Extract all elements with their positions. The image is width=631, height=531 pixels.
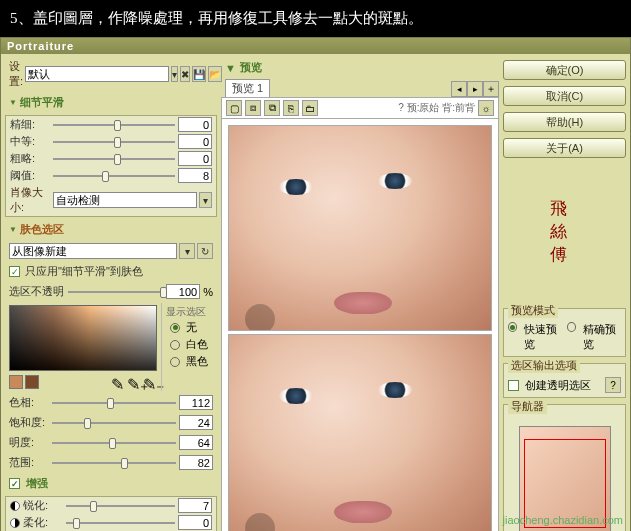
tab-next-icon[interactable]: ▸ xyxy=(467,81,483,97)
preview-top-image[interactable] xyxy=(228,125,492,331)
soften-slider[interactable] xyxy=(66,517,175,529)
tab-prev-icon[interactable]: ◂ xyxy=(451,81,467,97)
mask-refresh-icon[interactable]: ↻ xyxy=(197,243,213,259)
preview-mode-title: 预览模式 xyxy=(508,303,558,318)
soften-value[interactable] xyxy=(178,515,212,530)
portrait-size-label: 肖像大小: xyxy=(10,185,51,215)
fine-value[interactable] xyxy=(178,117,212,132)
enhance-header[interactable]: ✓增强 xyxy=(5,474,217,493)
sat-value[interactable] xyxy=(179,415,213,430)
settings-label: 设置: xyxy=(9,59,23,89)
coarse-slider[interactable] xyxy=(53,153,175,165)
preview-heading: 预览 xyxy=(240,60,262,75)
view-split-v-icon[interactable]: ⧉ xyxy=(264,100,280,116)
sharpen-value[interactable] xyxy=(178,498,212,513)
page-caption: 5、盖印圖層，作降噪處理，再用修復工具修去一點大的斑點。 xyxy=(0,0,631,37)
only-apply-checkbox[interactable]: ✓ xyxy=(9,266,20,277)
view-split-h-icon[interactable]: ⧈ xyxy=(245,100,261,116)
range-label: 范围: xyxy=(9,455,49,470)
soften-label: 柔化: xyxy=(23,515,63,530)
cancel-button[interactable]: 取消(C) xyxy=(503,86,626,106)
detail-smooth-header[interactable]: ▼细节平滑 xyxy=(5,93,217,112)
coarse-label: 粗略: xyxy=(10,151,50,166)
fine-label: 精细: xyxy=(10,117,50,132)
delete-preset-icon[interactable]: ✖ xyxy=(180,66,190,82)
hue-value[interactable] xyxy=(179,395,213,410)
preset-dropdown[interactable] xyxy=(25,66,169,82)
add-tab-icon[interactable]: ＋ xyxy=(483,81,499,97)
hue-label: 色相: xyxy=(9,395,49,410)
threshold-label: 阈值: xyxy=(10,168,50,183)
eyedropper-sub-icon[interactable]: ✎₋ xyxy=(143,375,157,389)
portrait-size-arrow-icon[interactable]: ▾ xyxy=(199,192,212,208)
eyedropper-icon[interactable]: ✎ xyxy=(111,375,125,389)
mask-opacity-label: 选区不透明 xyxy=(9,284,65,299)
enhance-checkbox[interactable]: ✓ xyxy=(9,478,20,489)
save-preset-icon[interactable]: 💾 xyxy=(192,66,206,82)
help-button[interactable]: 帮助(H) xyxy=(503,112,626,132)
dropdown-arrow-icon[interactable]: ▾ xyxy=(171,66,178,82)
skin-mask-header[interactable]: ▼肤色选区 xyxy=(5,220,217,239)
fast-preview-radio[interactable] xyxy=(508,322,517,332)
mask-opacity-value[interactable] xyxy=(166,284,200,299)
only-apply-label: 只应用"细节平滑"到肤色 xyxy=(25,264,143,279)
info-icon[interactable]: ? xyxy=(605,377,621,393)
fine-slider[interactable] xyxy=(53,119,175,131)
lum-slider[interactable] xyxy=(52,437,176,449)
ok-button[interactable]: 确定(O) xyxy=(503,60,626,80)
create-alpha-checkbox[interactable]: ✓ xyxy=(508,380,519,391)
navigator-title: 导航器 xyxy=(508,399,547,414)
lum-value[interactable] xyxy=(179,435,213,450)
portraiture-dialog: Portraiture 设置: ▾ ✖ 💾 📂 ▼细节平滑 精细: 中等: 粗略… xyxy=(0,37,631,531)
sharpen-label: 锐化: xyxy=(23,498,63,513)
mask-src-arrow-icon[interactable]: ▾ xyxy=(179,243,195,259)
range-value[interactable] xyxy=(179,455,213,470)
dialog-title: Portraiture xyxy=(1,38,630,54)
create-alpha-label: 创建透明选区 xyxy=(525,378,591,393)
folder-icon[interactable]: 🗀 xyxy=(302,100,318,116)
swatch-2[interactable] xyxy=(25,375,39,389)
preview-tab-1[interactable]: 预览 1 xyxy=(225,79,270,97)
skin-color-picker[interactable] xyxy=(9,305,157,371)
preview-sub-label: ? 预:原始 背:前背 xyxy=(398,101,475,115)
mask-opacity-slider[interactable] xyxy=(68,286,163,298)
threshold-slider[interactable] xyxy=(53,170,175,182)
portrait-size-dropdown[interactable] xyxy=(53,192,197,208)
open-preset-icon[interactable]: 📂 xyxy=(208,66,222,82)
copy-icon[interactable]: ⎘ xyxy=(283,100,299,116)
watermark: jiaocheng.chazidian.com xyxy=(503,514,623,526)
range-slider[interactable] xyxy=(52,457,176,469)
about-button[interactable]: 关于(A) xyxy=(503,138,626,158)
eyedropper-add-icon[interactable]: ✎₊ xyxy=(127,375,141,389)
coarse-value[interactable] xyxy=(178,151,212,166)
sun-icon[interactable]: ☼ xyxy=(478,100,494,116)
lum-label: 明度: xyxy=(9,435,49,450)
precise-preview-radio[interactable] xyxy=(567,322,576,332)
mask-display-label: 显示选区 xyxy=(166,305,213,319)
sharpen-icon xyxy=(10,501,20,511)
threshold-value[interactable] xyxy=(178,168,212,183)
preview-area xyxy=(221,119,499,531)
preview-toolbar: ▢ ⧈ ⧉ ⎘ 🗀 ? 预:原始 背:前背 ☼ xyxy=(221,97,499,119)
soften-icon xyxy=(10,518,20,528)
hue-slider[interactable] xyxy=(52,397,176,409)
medium-label: 中等: xyxy=(10,134,50,149)
sharpen-slider[interactable] xyxy=(66,500,175,512)
sat-slider[interactable] xyxy=(52,417,176,429)
view-single-icon[interactable]: ▢ xyxy=(226,100,242,116)
mask-black-radio[interactable] xyxy=(170,357,180,367)
mask-white-radio[interactable] xyxy=(170,340,180,350)
mask-none-radio[interactable] xyxy=(170,323,180,333)
sat-label: 饱和度: xyxy=(9,415,49,430)
mask-out-title: 选区输出选项 xyxy=(508,358,580,373)
swatch-1[interactable] xyxy=(9,375,23,389)
medium-slider[interactable] xyxy=(53,136,175,148)
brand-calligraphy: 飛絲傅 xyxy=(550,166,580,296)
mask-source-dropdown[interactable] xyxy=(9,243,177,259)
percent-unit: % xyxy=(203,286,213,298)
preview-bottom-image[interactable] xyxy=(228,334,492,531)
medium-value[interactable] xyxy=(178,134,212,149)
